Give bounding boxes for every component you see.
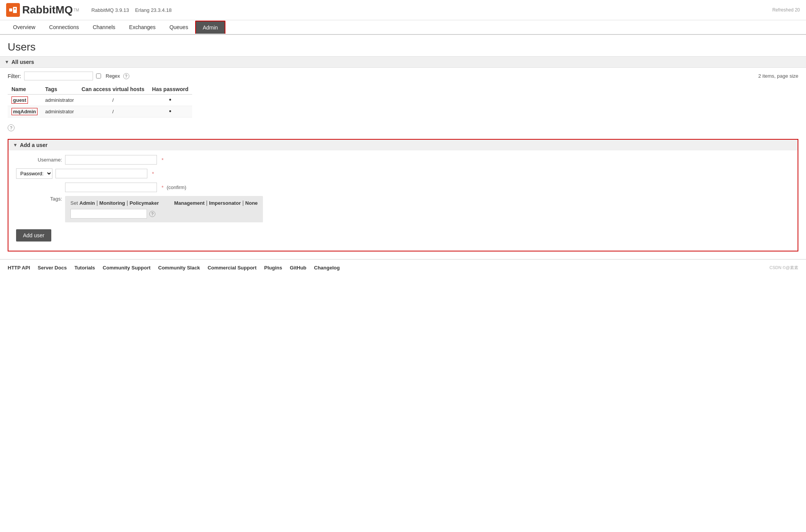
regex-label: Regex [106, 73, 120, 79]
tags-input-row: ? [70, 209, 258, 219]
tag-sep-3: | [206, 200, 207, 206]
col-name: Name [8, 84, 41, 95]
username-required: * [162, 157, 163, 163]
footer-http-api[interactable]: HTTP API [8, 265, 30, 271]
regex-checkbox[interactable] [96, 73, 101, 78]
user-password-cell: • [148, 106, 192, 117]
footer-community-support[interactable]: Community Support [103, 265, 150, 271]
users-table: Name Tags Can access virtual hosts Has p… [8, 84, 192, 117]
add-user-form: Username: * Password: Hash: * * (confirm… [8, 150, 798, 251]
password-confirm-required: * [162, 184, 163, 191]
add-user-collapse-icon: ▼ [13, 142, 18, 148]
tag-sep-2: | [127, 200, 128, 206]
refresh-info: Refreshed 20 [772, 7, 800, 13]
footer-server-docs[interactable]: Server Docs [38, 265, 67, 271]
all-users-section-header[interactable]: ▼ All users [0, 56, 806, 68]
password-confirm-input[interactable] [65, 183, 157, 192]
user-password-cell: • [148, 95, 192, 106]
tag-none[interactable]: None [245, 200, 258, 206]
tag-sep-4: | [242, 200, 244, 206]
add-user-section: ▼ Add a user Username: * Password: Hash:… [8, 139, 798, 251]
col-tags: Tags [41, 84, 78, 95]
page-title: Users [0, 35, 806, 56]
password-type-select[interactable]: Password: Hash: [16, 168, 52, 179]
logo: RabbitMQTM [6, 3, 79, 17]
password-row: Password: Hash: * [16, 168, 790, 179]
svg-rect-1 [13, 7, 17, 13]
user-vhost-cell: / [78, 95, 148, 106]
tag-admin[interactable]: Admin [80, 200, 95, 206]
all-users-section: ▼ All users Filter: Regex ? 2 items, pag… [0, 56, 806, 134]
table-help-icon[interactable]: ? [8, 124, 15, 131]
logo-tm: TM [73, 8, 79, 12]
nav-channels[interactable]: Channels [86, 20, 122, 34]
user-name-link-mqadmin[interactable]: mqAdmin [11, 108, 38, 115]
tags-row: Tags: Set Admin | Monitoring | Policymak… [16, 196, 790, 222]
tag-policymaker[interactable]: Policymaker [129, 200, 159, 206]
add-user-label: Add a user [20, 142, 47, 148]
filter-label: Filter: [8, 73, 21, 79]
user-name-link-guest[interactable]: guest [11, 96, 28, 104]
tag-monitoring[interactable]: Monitoring [100, 200, 125, 206]
svg-point-2 [14, 8, 16, 10]
nav-overview[interactable]: Overview [6, 20, 42, 34]
header: RabbitMQTM RabbitMQ 3.9.13 Erlang 23.3.4… [0, 0, 806, 20]
user-name-cell: mqAdmin [8, 106, 41, 117]
tag-sep-1: | [96, 200, 98, 206]
add-user-section-header[interactable]: ▼ Add a user [8, 140, 798, 150]
tag-impersonator[interactable]: Impersonator [209, 200, 241, 206]
tag-management[interactable]: Management [174, 200, 204, 206]
col-vhosts: Can access virtual hosts [78, 84, 148, 95]
logo-text: RabbitMQ [22, 4, 73, 16]
items-info: 2 items, page size [758, 73, 798, 79]
tags-help-icon[interactable]: ? [149, 211, 155, 217]
footer-community-slack[interactable]: Community Slack [158, 265, 200, 271]
add-user-button[interactable]: Add user [16, 229, 51, 242]
filter-input[interactable] [24, 72, 93, 80]
tags-text-input[interactable] [70, 209, 147, 219]
nav-connections[interactable]: Connections [42, 20, 86, 34]
collapse-arrow-icon: ▼ [5, 59, 9, 65]
footer-plugins[interactable]: Plugins [264, 265, 282, 271]
confirm-label: (confirm) [166, 184, 186, 190]
username-row: Username: * [16, 155, 790, 165]
tags-set-label: Set [70, 200, 78, 206]
password-input[interactable] [55, 169, 147, 178]
footer-github[interactable]: GitHub [290, 265, 306, 271]
version-info: RabbitMQ 3.9.13 Erlang 23.3.4.18 [91, 7, 172, 13]
footer-changelog[interactable]: Changelog [314, 265, 340, 271]
erlang-version: Erlang 23.3.4.18 [135, 7, 171, 13]
user-tag-cell: administrator [41, 106, 78, 117]
tags-area: Set Admin | Monitoring | Policymaker Man… [65, 196, 263, 222]
username-input[interactable] [65, 155, 157, 165]
user-tag-cell: administrator [41, 95, 78, 106]
table-row: mqAdmin administrator / • [8, 106, 192, 117]
tags-set-row: Set Admin | Monitoring | Policymaker Man… [70, 200, 258, 206]
password-confirm-row: * (confirm) [16, 183, 790, 192]
tags-label: Tags: [16, 196, 62, 202]
rabbitmq-version: RabbitMQ 3.9.13 [91, 7, 129, 13]
table-row: guest administrator / • [8, 95, 192, 106]
user-name-cell: guest [8, 95, 41, 106]
footer-tutorials[interactable]: Tutorials [74, 265, 95, 271]
all-users-label: All users [11, 59, 34, 65]
footer-copyright: CSDN ©@素素 [770, 265, 799, 271]
user-vhost-cell: / [78, 106, 148, 117]
col-password: Has password [148, 84, 192, 95]
username-label: Username: [16, 157, 62, 163]
logo-icon [6, 3, 20, 17]
svg-rect-0 [9, 8, 12, 11]
nav-queues[interactable]: Queues [163, 20, 195, 34]
footer: HTTP API Server Docs Tutorials Community… [0, 259, 806, 276]
footer-commercial-support[interactable]: Commercial Support [207, 265, 256, 271]
regex-help-icon[interactable]: ? [123, 73, 129, 79]
filter-row: Filter: Regex ? 2 items, page size [0, 68, 806, 84]
nav-admin[interactable]: Admin [195, 21, 226, 34]
password-required: * [152, 171, 154, 177]
nav-exchanges[interactable]: Exchanges [122, 20, 162, 34]
nav: Overview Connections Channels Exchanges … [0, 20, 806, 35]
